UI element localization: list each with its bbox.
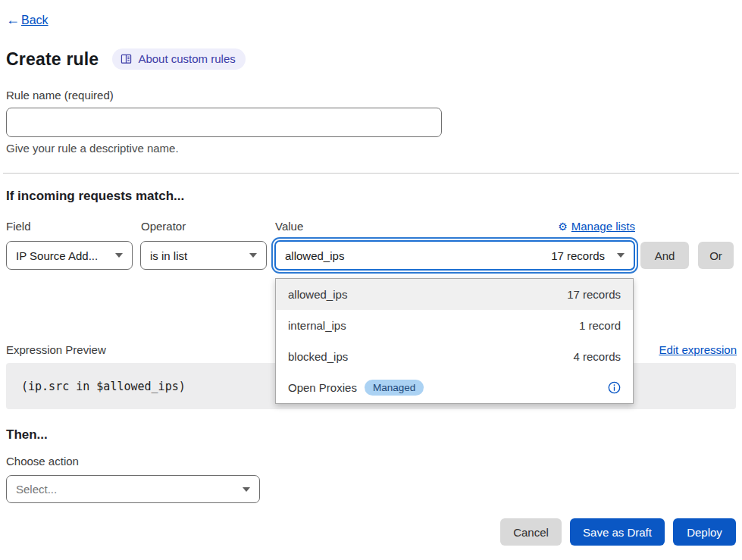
deploy-button[interactable]: Deploy [673, 518, 736, 546]
about-custom-rules-badge[interactable]: About custom rules [112, 48, 245, 70]
option-record-count: 1 record [579, 319, 621, 332]
value-select-value: allowed_ips [285, 249, 344, 262]
back-link-label: Back [21, 14, 49, 27]
then-section-heading: Then... [6, 427, 48, 443]
action-select-placeholder: Select... [16, 483, 57, 496]
option-name: blocked_ips [288, 350, 348, 363]
rule-name-label: Rule name (required) [6, 89, 114, 102]
cancel-button[interactable]: Cancel [500, 518, 562, 546]
option-record-count: 4 records [573, 350, 621, 363]
value-select-meta: 17 records [551, 249, 605, 262]
chevron-down-icon [243, 487, 250, 492]
rule-name-input[interactable] [6, 108, 442, 137]
value-column-label: Value [275, 220, 303, 233]
option-name: Open Proxies [288, 381, 357, 394]
save-as-draft-button[interactable]: Save as Draft [570, 518, 665, 546]
info-icon[interactable] [608, 381, 621, 394]
field-select[interactable]: IP Source Add... [6, 241, 133, 270]
option-name: allowed_ips [288, 288, 347, 301]
expression-code: (ip.src in $allowed_ips) [21, 380, 186, 393]
option-name: internal_ips [288, 319, 346, 332]
dropdown-option-internal-ips[interactable]: internal_ips 1 record [276, 310, 633, 341]
choose-action-label: Choose action [6, 455, 79, 468]
manage-lists-label: Manage lists [571, 220, 635, 233]
field-column-label: Field [6, 220, 31, 233]
operator-select[interactable]: is in list [140, 241, 267, 270]
back-arrow-icon [6, 12, 20, 28]
chevron-down-icon [249, 253, 257, 258]
expression-preview-label: Expression Preview [6, 343, 106, 356]
operator-column-label: Operator [141, 220, 186, 233]
managed-badge: Managed [365, 380, 424, 396]
value-dropdown-menu: allowed_ips 17 records internal_ips 1 re… [275, 278, 634, 404]
action-select[interactable]: Select... [6, 475, 260, 503]
dropdown-option-open-proxies[interactable]: Open Proxies Managed [276, 372, 633, 403]
divider [3, 173, 739, 174]
rule-name-helper-text: Give your rule a descriptive name. [6, 142, 179, 155]
operator-select-value: is in list [150, 249, 187, 262]
back-link[interactable]: Back [6, 12, 49, 28]
create-rule-page: Back Create rule About custom rules Rule… [0, 0, 742, 560]
chevron-down-icon [617, 253, 625, 258]
about-badge-label: About custom rules [138, 52, 235, 65]
chevron-down-icon [115, 253, 123, 258]
gear-icon [558, 221, 568, 233]
title-row: Create rule About custom rules [6, 48, 246, 70]
match-section-heading: If incoming requests match... [6, 189, 184, 204]
manage-lists-link[interactable]: Manage lists [558, 220, 635, 233]
page-title: Create rule [6, 49, 99, 70]
option-record-count: 17 records [567, 288, 621, 301]
value-select[interactable]: allowed_ips 17 records [274, 240, 635, 271]
field-select-value: IP Source Add... [16, 249, 98, 262]
edit-expression-link[interactable]: Edit expression [659, 343, 737, 356]
dropdown-option-blocked-ips[interactable]: blocked_ips 4 records [276, 341, 633, 372]
and-button[interactable]: And [640, 242, 689, 269]
dropdown-option-allowed-ips[interactable]: allowed_ips 17 records [276, 279, 633, 310]
or-button[interactable]: Or [698, 242, 734, 269]
book-icon [121, 54, 132, 64]
